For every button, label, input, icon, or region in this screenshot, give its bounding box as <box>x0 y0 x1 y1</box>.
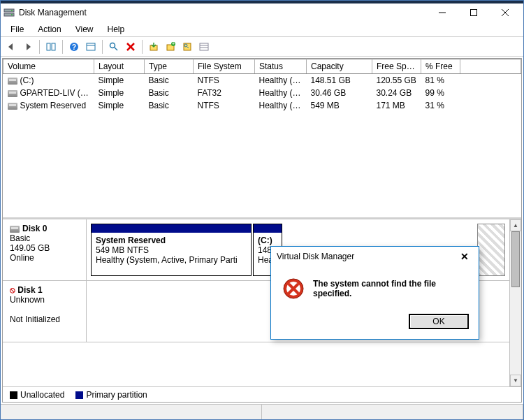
partition-size: 549 MB NTFS <box>96 245 247 255</box>
statusbar-cell <box>1 405 262 419</box>
scroll-thumb[interactable] <box>511 231 520 287</box>
cell-pctfree: 31 % <box>421 99 460 112</box>
svg-rect-9 <box>52 43 55 50</box>
svg-rect-12 <box>87 43 95 50</box>
settings-button[interactable] <box>196 39 212 55</box>
dialog-titlebar[interactable]: Virtual Disk Manager ✕ <box>271 247 479 266</box>
delete-button[interactable] <box>123 39 138 55</box>
disk-size <box>10 305 79 314</box>
scroll-track[interactable] <box>510 231 521 375</box>
volume-table[interactable]: Volume Layout Type File System Status Ca… <box>3 59 521 112</box>
app-icon <box>3 7 15 18</box>
toolbar-separator <box>39 40 40 54</box>
scroll-down-button[interactable]: ▼ <box>510 375 521 386</box>
properties-button[interactable] <box>180 39 195 55</box>
disk-type: Unknown <box>10 295 79 305</box>
cell-type: Basic <box>145 87 194 99</box>
table-row[interactable]: GPARTED-LIV (E:)SimpleBasicFAT32Healthy … <box>3 87 521 99</box>
cell-capacity: 148.51 GB <box>307 74 372 87</box>
disk-management-window: Disk Management File Action View Help ? … <box>0 0 524 420</box>
cell-status: Healthy (A... <box>255 87 307 99</box>
menu-file[interactable]: File <box>5 23 29 36</box>
cell-status: Healthy (S... <box>255 99 307 112</box>
volume-list-pane: Volume Layout Type File System Status Ca… <box>3 59 521 219</box>
svg-rect-5 <box>470 10 476 16</box>
partition-system-reserved[interactable]: System Reserved 549 MB NTFS Healthy (Sys… <box>91 224 252 276</box>
disk-size: 149.05 GB <box>10 243 79 253</box>
create-vhd-button[interactable]: + <box>163 39 178 55</box>
cell-capacity: 30.46 GB <box>307 87 372 99</box>
legend: Unallocated Primary partition <box>3 386 521 402</box>
col-fs[interactable]: File System <box>194 59 255 74</box>
svg-text:?: ? <box>72 43 76 51</box>
ok-button[interactable]: OK <box>409 314 469 329</box>
disk-icon: Disk 0 <box>10 224 79 233</box>
disk-status: Not Initialized <box>10 314 79 324</box>
refresh-button[interactable] <box>83 39 99 55</box>
cell-capacity: 549 MB <box>307 99 372 112</box>
cell-layout: Simple <box>94 74 145 87</box>
dialog-close-button[interactable]: ✕ <box>456 251 473 262</box>
cell-free: 171 MB <box>372 99 421 112</box>
rescan-button[interactable] <box>106 39 122 55</box>
attach-vhd-button[interactable] <box>146 39 161 55</box>
legend-primary: Primary partition <box>75 390 147 400</box>
svg-point-3 <box>11 14 13 15</box>
back-button[interactable] <box>3 39 19 55</box>
menu-help[interactable]: Help <box>102 23 131 36</box>
scroll-up-button[interactable]: ▲ <box>510 219 521 231</box>
cell-volume: GPARTED-LIV (E:) <box>3 87 94 99</box>
cell-pctfree: 99 % <box>421 87 460 99</box>
unallocated-space[interactable] <box>477 224 505 276</box>
toolbar-separator <box>102 40 103 54</box>
svg-rect-8 <box>47 43 50 50</box>
menubar: File Action View Help <box>1 22 523 37</box>
col-layout[interactable]: Layout <box>94 59 145 74</box>
forward-button[interactable] <box>20 39 36 55</box>
table-row[interactable]: System ReservedSimpleBasicNTFSHealthy (S… <box>3 99 521 112</box>
drive-icon <box>8 103 17 110</box>
titlebar[interactable]: Disk Management <box>1 1 523 22</box>
partition-name: System Reserved <box>96 236 247 245</box>
table-row[interactable]: (C:)SimpleBasicNTFSHealthy (B...148.51 G… <box>3 74 521 87</box>
col-free[interactable]: Free Spa... <box>372 59 421 74</box>
toolbar: ? + <box>1 37 523 57</box>
disk-header-0[interactable]: Disk 0 Basic 149.05 GB Online <box>3 219 87 280</box>
show-hide-tree-button[interactable] <box>43 39 59 55</box>
partition-status: Healthy (System, Active, Primary Parti <box>96 255 247 265</box>
col-spacer[interactable] <box>460 59 521 74</box>
svg-point-2 <box>11 10 13 11</box>
toolbar-separator <box>142 40 143 54</box>
statusbar <box>1 404 523 419</box>
drive-icon <box>8 90 17 97</box>
partition-header-bar <box>254 224 282 233</box>
cell-fs: FAT32 <box>194 87 255 99</box>
cell-volume: (C:) <box>3 74 94 87</box>
close-button[interactable] <box>489 3 521 22</box>
cell-status: Healthy (B... <box>255 74 307 87</box>
minimize-button[interactable] <box>426 3 458 22</box>
table-header-row[interactable]: Volume Layout Type File System Status Ca… <box>3 59 521 74</box>
disk-icon: ⦸ Disk 1 <box>10 285 79 295</box>
cell-pctfree: 81 % <box>421 74 460 87</box>
disk-status: Online <box>10 253 79 263</box>
error-dialog[interactable]: Virtual Disk Manager ✕ The system cannot… <box>270 246 479 340</box>
partition-header-bar <box>92 224 251 233</box>
col-status[interactable]: Status <box>255 59 307 74</box>
col-volume[interactable]: Volume <box>3 59 94 74</box>
disk-header-1[interactable]: ⦸ Disk 1 Unknown Not Initialized <box>3 281 87 342</box>
col-pctfree[interactable]: % Free <box>421 59 460 74</box>
col-type[interactable]: Type <box>145 59 194 74</box>
menu-action[interactable]: Action <box>32 23 66 36</box>
cell-fs: NTFS <box>194 74 255 87</box>
vertical-scrollbar[interactable]: ▲ ▼ <box>509 219 521 386</box>
cell-type: Basic <box>145 99 194 112</box>
content-area: Volume Layout Type File System Status Ca… <box>2 58 522 403</box>
dialog-message: The system cannot find the file specifie… <box>313 279 467 298</box>
col-capacity[interactable]: Capacity <box>307 59 372 74</box>
maximize-button[interactable] <box>458 3 489 22</box>
cell-layout: Simple <box>94 99 145 112</box>
menu-view[interactable]: View <box>70 23 99 36</box>
cell-fs: NTFS <box>194 99 255 112</box>
help-button[interactable]: ? <box>66 39 82 55</box>
